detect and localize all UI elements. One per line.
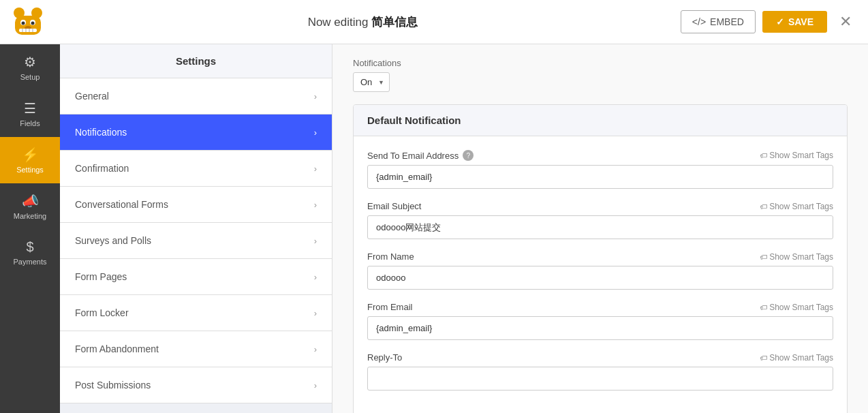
app-logo (11, 3, 45, 40)
from-name-smart-tags[interactable]: 🏷 Show Smart Tags (760, 252, 833, 262)
send-to-email-input[interactable] (367, 165, 833, 189)
close-button[interactable]: ✕ (834, 10, 857, 33)
editing-title: Now editing 简单信息 (308, 14, 418, 30)
from-name-input[interactable] (367, 266, 833, 290)
svg-point-5 (22, 22, 25, 25)
tag-icon: 🏷 (760, 151, 767, 159)
sidebar-item-settings[interactable]: ⚡ Settings (0, 137, 60, 183)
chevron-right-icon-7: › (314, 344, 317, 354)
save-checkmark-icon: ✓ (776, 16, 784, 27)
payments-icon: $ (26, 239, 33, 255)
settings-item-surveys-and-polls[interactable]: Surveys and Polls › (60, 223, 332, 259)
chevron-right-icon-5: › (314, 272, 317, 282)
content-area: Notifications On Off Default Notificatio… (332, 44, 868, 413)
settings-panel-header: Settings (60, 44, 332, 78)
sidebar-item-marketing[interactable]: 📣 Marketing (0, 183, 60, 230)
tag-icon-2: 🏷 (760, 202, 767, 211)
from-email-smart-tags[interactable]: 🏷 Show Smart Tags (760, 303, 833, 312)
default-notification-box: Default Notification Send To Email Addre… (353, 104, 848, 413)
from-email-row: From Email 🏷 Show Smart Tags (367, 302, 833, 340)
embed-button[interactable]: </> EMBED (681, 10, 756, 33)
sidebar-item-setup[interactable]: ⚙ Setup (0, 44, 60, 91)
chevron-right-icon: › (314, 91, 317, 102)
chevron-down-icon: › (314, 127, 317, 138)
sidebar-item-fields[interactable]: ☰ Fields (0, 91, 60, 137)
from-email-label: From Email (367, 302, 412, 312)
sidebar-item-settings-label: Settings (16, 166, 44, 174)
reply-to-input[interactable] (367, 367, 833, 391)
settings-item-form-abandonment[interactable]: Form Abandonment › (60, 331, 332, 367)
top-bar-actions: </> EMBED ✓ SAVE ✕ (681, 10, 857, 33)
tag-icon-3: 🏷 (760, 253, 767, 261)
embed-icon: </> (692, 16, 706, 27)
svg-point-6 (31, 22, 35, 25)
settings-item-form-locker[interactable]: Form Locker › (60, 295, 332, 331)
main-layout: ⚙ Setup ☰ Fields ⚡ Settings 📣 Marketing … (0, 44, 868, 413)
reply-to-smart-tags[interactable]: 🏷 Show Smart Tags (760, 353, 833, 363)
email-subject-input[interactable] (367, 215, 833, 239)
marketing-icon: 📣 (22, 193, 39, 209)
reply-to-label: Reply-To (367, 352, 402, 363)
sidebar-item-setup-label: Setup (20, 73, 40, 81)
email-subject-smart-tags[interactable]: 🏷 Show Smart Tags (760, 202, 833, 211)
from-name-row: From Name 🏷 Show Smart Tags (367, 251, 833, 290)
svg-rect-8 (19, 29, 37, 32)
sidebar-item-payments-label: Payments (14, 258, 47, 266)
notifications-select[interactable]: On Off (353, 72, 390, 92)
settings-icon: ⚡ (22, 147, 39, 163)
sidebar-item-fields-label: Fields (20, 119, 40, 127)
send-to-email-smart-tags[interactable]: 🏷 Show Smart Tags (760, 151, 833, 160)
notifications-label: Notifications (353, 58, 848, 68)
chevron-right-icon-4: › (314, 236, 317, 246)
notifications-toggle-row: Notifications On Off (353, 58, 848, 92)
chevron-right-icon-3: › (314, 200, 317, 210)
sidebar-item-payments[interactable]: $ Payments (0, 230, 60, 275)
gear-icon: ⚙ (24, 54, 36, 70)
tag-icon-5: 🏷 (760, 354, 767, 362)
settings-item-general[interactable]: General › (60, 78, 332, 114)
chevron-right-icon-2: › (314, 164, 317, 174)
send-to-email-label: Send To Email Address ? (367, 150, 474, 161)
sidebar-item-marketing-label: Marketing (14, 212, 46, 220)
save-button[interactable]: ✓ SAVE (762, 11, 827, 33)
from-email-input[interactable] (367, 316, 833, 340)
settings-item-form-pages[interactable]: Form Pages › (60, 259, 332, 295)
reply-to-row: Reply-To 🏷 Show Smart Tags (367, 352, 833, 391)
chevron-right-icon-8: › (314, 380, 317, 391)
send-to-email-row: Send To Email Address ? 🏷 Show Smart Tag… (367, 150, 833, 189)
settings-item-notifications[interactable]: Notifications › (60, 114, 332, 151)
from-name-label: From Name (367, 251, 414, 262)
help-icon[interactable]: ? (463, 150, 474, 161)
default-notification-header: Default Notification (354, 105, 847, 136)
chevron-right-icon-6: › (314, 308, 317, 318)
settings-item-post-submissions[interactable]: Post Submissions › (60, 367, 332, 403)
tag-icon-4: 🏷 (760, 303, 767, 311)
top-bar: Now editing 简单信息 </> EMBED ✓ SAVE ✕ (0, 0, 868, 44)
email-subject-label: Email Subject (367, 201, 421, 211)
notification-box-body: Send To Email Address ? 🏷 Show Smart Tag… (354, 136, 847, 413)
settings-panel: Settings General › Notifications › Confi… (60, 44, 332, 413)
email-subject-row: Email Subject 🏷 Show Smart Tags (367, 201, 833, 239)
icon-nav: ⚙ Setup ☰ Fields ⚡ Settings 📣 Marketing … (0, 44, 60, 413)
settings-item-conversational-forms[interactable]: Conversational Forms › (60, 187, 332, 223)
settings-item-confirmation[interactable]: Confirmation › (60, 151, 332, 187)
fields-icon: ☰ (24, 100, 36, 117)
